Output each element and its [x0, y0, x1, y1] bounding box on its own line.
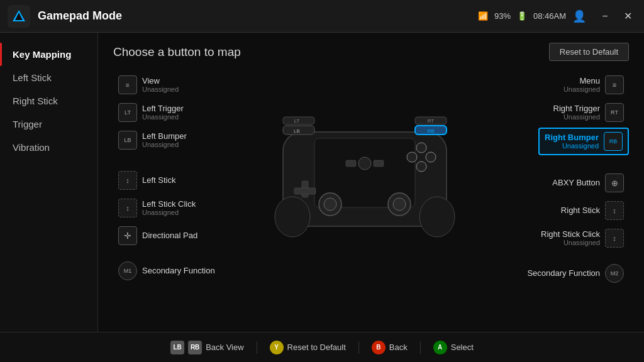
- svg-point-9: [393, 198, 406, 211]
- app-logo: [8, 5, 30, 28]
- main-layout: Key Mapping Left Stick Right Stick Trigg…: [0, 33, 644, 332]
- wifi-icon: 📶: [478, 11, 488, 21]
- map-item-secondary-fn-right[interactable]: M2 Secondary Function: [522, 261, 629, 286]
- left-bumper-labels: Left Bumper Unassigned: [142, 131, 187, 150]
- right-stick-click-icon: ↕: [605, 229, 624, 248]
- map-item-left-stick[interactable]: ↕ Left Stick: [113, 168, 264, 193]
- sidebar-item-key-mapping[interactable]: Key Mapping: [0, 43, 97, 66]
- right-stick-click-labels: Right Stick Click Unassigned: [541, 229, 600, 248]
- minimize-button[interactable]: −: [596, 8, 614, 25]
- left-stick-click-icon: ↕: [118, 199, 137, 217]
- content-area: Choose a button to map Reset to Default …: [98, 33, 644, 332]
- sidebar-item-vibration[interactable]: Vibration: [0, 136, 97, 159]
- map-item-left-bumper[interactable]: LB Left Bumper Unassigned: [113, 128, 264, 153]
- b-badge: B: [372, 341, 386, 354]
- map-item-secondary-fn-left[interactable]: M1 Secondary Function: [113, 258, 264, 283]
- map-item-right-stick-click[interactable]: ↕ Right Stick Click Unassigned: [536, 226, 629, 251]
- reset-to-default-button[interactable]: Reset to Default: [549, 43, 629, 61]
- sidebar-item-trigger[interactable]: Trigger: [0, 112, 97, 136]
- secondary-fn-left-labels: Secondary Function: [142, 266, 215, 276]
- svg-point-14: [407, 152, 417, 162]
- content-header: Choose a button to map Reset to Default: [113, 43, 629, 61]
- left-stick-click-labels: Left Stick Click Unassigned: [142, 199, 196, 217]
- a-badge: A: [433, 341, 447, 354]
- status-area: 📶 93% 🔋 08:46AM 👤: [478, 9, 586, 23]
- map-item-menu[interactable]: ≡ Menu Unassigned: [558, 72, 629, 97]
- rb-badge: RB: [188, 341, 202, 354]
- svg-point-26: [358, 157, 371, 170]
- map-item-view[interactable]: ≡ View Unassigned: [113, 72, 264, 97]
- sidebar-item-left-stick[interactable]: Left Stick: [0, 66, 97, 89]
- right-bumper-icon: RB: [604, 132, 623, 151]
- back-view-action: LB RB Back View: [170, 341, 243, 354]
- map-item-right-stick[interactable]: ↕ Right Stick: [556, 198, 629, 223]
- svg-point-12: [416, 162, 426, 172]
- map-item-abxy[interactable]: ⊕ ABXY Button: [547, 170, 629, 195]
- titlebar: Gamepad Mode 📶 93% 🔋 08:46AM 👤 − ✕: [0, 0, 644, 33]
- secondary-fn-right-icon: M2: [605, 264, 624, 283]
- separator-3: [420, 341, 421, 354]
- svg-point-7: [324, 198, 336, 211]
- view-labels: View Unassigned: [142, 76, 179, 94]
- mapping-area: ≡ View Unassigned LT Left Trigger Unassi…: [113, 72, 629, 286]
- page-title: Choose a button to map: [113, 45, 241, 59]
- back-label: Back: [389, 343, 408, 352]
- y-badge: Y: [270, 341, 284, 354]
- left-buttons-column: ≡ View Unassigned LT Left Trigger Unassi…: [113, 72, 264, 286]
- right-stick-icon: ↕: [605, 201, 624, 220]
- map-item-right-trigger[interactable]: RT Right Trigger Unassigned: [548, 100, 629, 125]
- view-icon: ≡: [118, 75, 137, 94]
- reset-default-action: Y Reset to Default: [270, 341, 346, 354]
- secondary-fn-left-icon: M1: [118, 261, 137, 280]
- abxy-labels: ABXY Button: [552, 178, 600, 188]
- close-button[interactable]: ✕: [619, 8, 636, 25]
- reset-default-label: Reset to Default: [287, 343, 346, 352]
- window-controls: − ✕: [596, 8, 636, 25]
- right-stick-labels: Right Stick: [561, 206, 600, 216]
- wifi-percent: 93%: [494, 11, 511, 21]
- separator-1: [257, 341, 257, 354]
- svg-rect-24: [346, 160, 356, 167]
- right-trigger-icon: RT: [605, 103, 624, 122]
- left-bumper-icon: LB: [118, 131, 137, 150]
- left-stick-labels: Left Stick: [142, 175, 175, 185]
- svg-text:LT: LT: [294, 118, 300, 124]
- svg-rect-25: [374, 160, 384, 167]
- svg-point-13: [426, 152, 436, 162]
- directional-pad-icon: ✛: [118, 226, 137, 245]
- back-view-label: Back View: [206, 343, 243, 352]
- select-label: Select: [451, 343, 474, 352]
- map-item-right-bumper[interactable]: RB Right Bumper Unassigned: [538, 128, 629, 155]
- abxy-icon: ⊕: [605, 173, 624, 192]
- separator-2: [358, 341, 359, 354]
- svg-text:RT: RT: [428, 118, 435, 124]
- menu-icon: ≡: [605, 75, 624, 94]
- clock: 08:46AM: [533, 11, 566, 21]
- select-action[interactable]: A Select: [433, 341, 474, 354]
- svg-rect-27: [415, 126, 447, 134]
- sidebar: Key Mapping Left Stick Right Stick Trigg…: [0, 33, 98, 332]
- map-item-left-trigger[interactable]: LT Left Trigger Unassigned: [113, 100, 264, 125]
- left-trigger-labels: Left Trigger Unassigned: [142, 104, 184, 122]
- secondary-fn-right-labels: Secondary Function: [527, 268, 600, 278]
- battery-icon: 🔋: [517, 11, 527, 21]
- svg-point-5: [419, 197, 455, 237]
- gamepad-image: LB RB LT RT: [264, 72, 465, 286]
- right-buttons-column: ≡ Menu Unassigned RT Right Trigger Unass…: [465, 72, 629, 286]
- map-item-directional-pad[interactable]: ✛ Directional Pad: [113, 223, 264, 248]
- svg-text:LB: LB: [294, 128, 300, 134]
- right-bumper-labels: Right Bumper Unassigned: [545, 133, 599, 151]
- app-title: Gamepad Mode: [38, 9, 478, 23]
- user-icon: 👤: [572, 9, 586, 23]
- sidebar-item-right-stick[interactable]: Right Stick: [0, 89, 97, 112]
- left-trigger-icon: LT: [118, 103, 137, 122]
- left-stick-icon: ↕: [118, 171, 137, 190]
- lb-badge: LB: [170, 341, 184, 354]
- back-action: B Back: [372, 341, 408, 354]
- menu-labels: Menu Unassigned: [564, 76, 600, 94]
- directional-pad-labels: Directional Pad: [142, 231, 197, 241]
- bottom-bar: LB RB Back View Y Reset to Default B Bac…: [0, 332, 644, 362]
- svg-point-15: [416, 143, 426, 153]
- svg-rect-11: [294, 188, 316, 194]
- map-item-left-stick-click[interactable]: ↕ Left Stick Click Unassigned: [113, 195, 264, 221]
